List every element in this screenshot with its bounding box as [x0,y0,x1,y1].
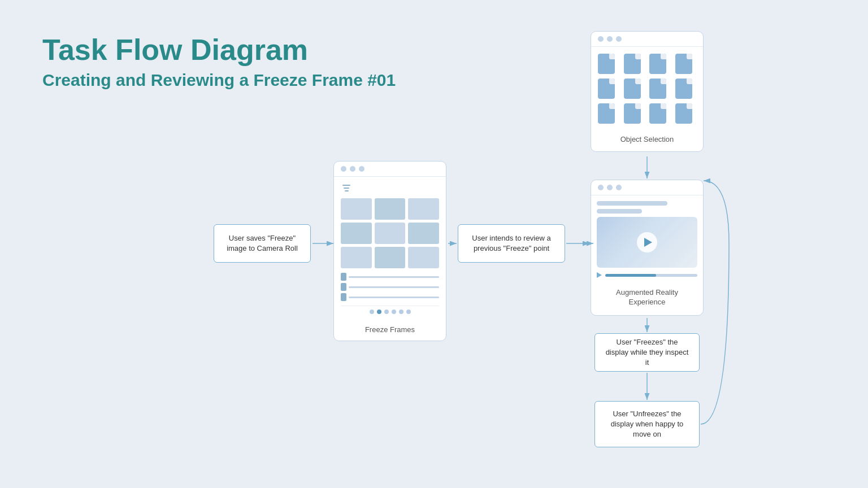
thumb-dot-6 [406,310,411,314]
filter-icon [341,182,352,194]
obj-icon-5 [598,79,615,99]
freeze-cell-3 [408,198,439,220]
ar-dot-2 [607,185,613,190]
obj-icon-4 [675,54,692,74]
freeze-cell-6 [408,223,439,244]
unfreeze-text: User "Unfreezes" the display when happy … [604,409,690,440]
thumb-dot-5 [399,310,403,314]
obj-icon-10 [624,103,641,124]
object-grid [591,47,703,130]
obj-icon-9 [598,103,615,124]
ar-dot-3 [616,185,622,190]
freeze-filter-row [341,182,439,194]
freeze-slider-3 [341,293,439,301]
thumb-dot-4 [392,310,396,314]
ar-progress-bar [605,274,697,277]
play-button[interactable] [637,232,657,252]
ar-label: Augmented RealityExperience [591,284,703,315]
filter-line-3 [345,190,349,191]
freeze-dot-1 [341,166,346,172]
obj-icon-11 [649,103,666,124]
ar-text-bar-1 [597,201,667,206]
freeze-cell-9 [408,247,439,268]
obj-icon-8 [675,79,692,99]
ar-text-bar-2 [597,209,642,213]
ar-titlebar [591,180,703,195]
obj-selection-label: Object Selection [591,130,703,151]
freeze-slider-2 [341,283,439,291]
freeze-slider-group [341,273,439,301]
review-box: User intends to review a previous "Freez… [458,224,565,263]
freeze-cell-2 [375,198,406,220]
arrow-unfreeze-back [701,181,729,424]
freeze-cell-7 [341,247,372,268]
review-text: User intends to review a previous "Freez… [467,233,555,254]
camera-roll-box: User saves "Freeze" image to Camera Roll [214,224,311,263]
freeze-titlebar [334,162,446,177]
slider-handle-1 [341,273,346,281]
obj-icon-7 [649,79,666,99]
slider-handle-3 [341,293,346,301]
freeze-dot-2 [350,166,355,172]
freeze-display-text: User "Freezes" the display while they in… [604,337,690,368]
obj-icon-12 [675,103,692,124]
sub-title: Creating and Reviewing a Freeze Frame #0… [42,71,396,90]
obj-icon-6 [624,79,641,99]
thumb-dot-3 [384,310,389,314]
freeze-thumb-row [341,306,439,316]
ar-play-small-icon [597,272,602,278]
ar-content [591,195,703,284]
object-selection-window: Object Selection [591,31,704,152]
freeze-cell-1 [341,198,372,220]
dot-3 [616,36,622,42]
obj-icon-1 [598,54,615,74]
ar-video-area [597,217,697,268]
main-title: Task Flow Diagram [42,34,396,66]
freeze-frames-window: Freeze Frames [333,161,446,341]
ar-progress-fill [605,274,656,277]
dot-2 [607,36,613,42]
thumb-dot-2 [377,310,381,314]
freeze-label: Freeze Frames [334,322,446,341]
camera-roll-text: User saves "Freeze" image to Camera Roll [223,233,301,254]
play-triangle-icon [644,238,652,247]
freeze-slider-1 [341,273,439,281]
freeze-display-box: User "Freezes" the display while they in… [594,333,700,372]
freeze-cell-8 [375,247,406,268]
slider-handle-2 [341,283,346,291]
unfreeze-box: User "Unfreezes" the display when happy … [594,401,700,447]
ar-progress-row [597,272,697,278]
ar-dot-1 [598,185,604,190]
ar-experience-window: Augmented RealityExperience [591,180,704,316]
freeze-cell-5 [375,223,406,244]
title-block: Task Flow Diagram Creating and Reviewing… [42,34,396,90]
freeze-grid [341,198,439,268]
obj-icon-3 [649,54,666,74]
dot-1 [598,36,604,42]
filter-line-2 [344,188,349,189]
slider-track-3 [349,297,439,298]
slider-track-1 [349,276,439,278]
filter-line-1 [342,185,350,186]
freeze-content [334,177,446,322]
slider-track-2 [349,286,439,288]
window-titlebar [591,32,703,47]
freeze-dot-3 [359,166,364,172]
freeze-cell-4 [341,223,372,244]
thumb-dot-1 [370,310,374,314]
obj-icon-2 [624,54,641,74]
